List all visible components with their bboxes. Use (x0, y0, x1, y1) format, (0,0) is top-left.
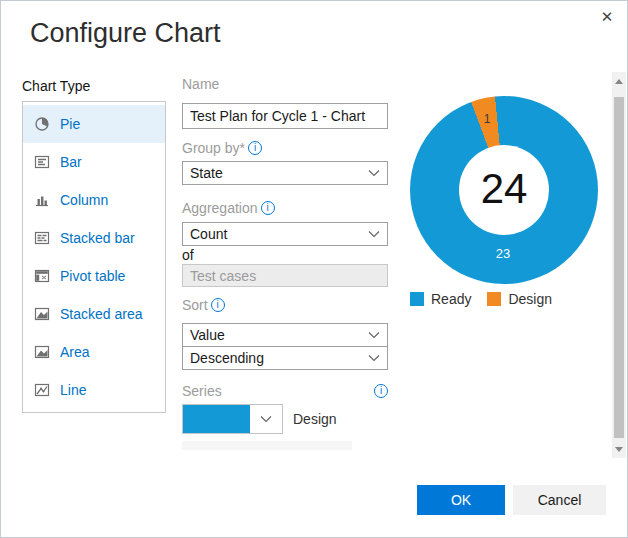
chart-legend: Ready Design (410, 291, 552, 307)
chart-type-item-area[interactable]: Area (23, 333, 165, 371)
chevron-down-icon (368, 230, 380, 238)
of-field (182, 264, 388, 287)
dialog-title: Configure Chart (30, 18, 221, 49)
ok-button[interactable]: OK (417, 485, 505, 515)
sort-by-select[interactable]: Value (182, 323, 388, 347)
legend-item-design: Design (487, 291, 552, 307)
chart-type-item-pie[interactable]: Pie (23, 105, 165, 143)
chart-type-item-stacked-area[interactable]: Stacked area (23, 295, 165, 333)
sort-label: Sort i (182, 297, 225, 313)
aggregation-label: Aggregation i (182, 200, 275, 216)
chart-type-label: Bar (60, 154, 82, 170)
group-by-select[interactable]: State (182, 161, 388, 185)
series-row-label: Design (293, 411, 337, 427)
chart-type-label: Area (60, 344, 90, 360)
pie-chart-preview: 24 23 1 (410, 96, 598, 284)
chart-type-item-line[interactable]: Line (23, 371, 165, 409)
series-color-swatch (183, 405, 250, 433)
series-color-select[interactable] (182, 404, 283, 434)
slice-value-ready: 23 (496, 246, 510, 261)
name-label: Name (182, 76, 219, 92)
chart-type-heading: Chart Type (22, 78, 90, 94)
chart-type-label: Line (60, 382, 86, 398)
chart-type-item-bar[interactable]: Bar (23, 143, 165, 181)
chart-type-label: Pie (60, 116, 80, 132)
series-next-row-partial (182, 441, 352, 450)
cancel-button[interactable]: Cancel (513, 485, 606, 515)
line-chart-icon (34, 382, 50, 398)
bar-chart-icon (34, 154, 50, 170)
chart-type-label: Stacked bar (60, 230, 135, 246)
vertical-scrollbar[interactable] (612, 72, 626, 458)
pie-chart-total: 24 (481, 165, 528, 213)
legend-swatch-design (487, 292, 501, 306)
chart-type-item-stacked-bar[interactable]: Stacked bar (23, 219, 165, 257)
series-label: Series i (182, 383, 388, 399)
pie-chart-icon (34, 116, 50, 132)
chart-type-label: Stacked area (60, 306, 143, 322)
legend-swatch-ready (410, 292, 424, 306)
info-icon[interactable]: i (374, 384, 388, 398)
chart-type-item-pivot-table[interactable]: Pivot table (23, 257, 165, 295)
of-label: of (182, 247, 194, 263)
configure-chart-dialog: ✕ Configure Chart Chart Type Pie Bar Col… (0, 0, 628, 538)
chevron-down-icon (368, 354, 380, 362)
legend-item-ready: Ready (410, 291, 471, 307)
chart-type-label: Pivot table (60, 268, 125, 284)
name-input[interactable] (182, 103, 388, 129)
column-chart-icon (34, 192, 50, 208)
scrollbar-thumb[interactable] (614, 97, 624, 438)
slice-value-design: 1 (484, 112, 491, 126)
aggregation-select[interactable]: Count (182, 222, 388, 246)
scroll-up-icon[interactable] (612, 74, 626, 88)
close-icon[interactable]: ✕ (596, 6, 618, 28)
chart-type-list: Pie Bar Column Stacked bar Pivot table (22, 101, 166, 413)
info-icon[interactable]: i (248, 141, 262, 155)
stacked-area-chart-icon (34, 306, 50, 322)
stacked-bar-chart-icon (34, 230, 50, 246)
chevron-down-icon (250, 415, 282, 423)
chart-type-item-column[interactable]: Column (23, 181, 165, 219)
pivot-table-icon (34, 268, 50, 284)
group-by-label: Group by* i (182, 140, 262, 156)
chevron-down-icon (368, 169, 380, 177)
area-chart-icon (34, 344, 50, 360)
scroll-down-icon[interactable] (612, 442, 626, 456)
chart-type-label: Column (60, 192, 108, 208)
chevron-down-icon (368, 331, 380, 339)
info-icon[interactable]: i (211, 298, 225, 312)
sort-order-select[interactable]: Descending (182, 346, 388, 370)
info-icon[interactable]: i (261, 201, 275, 215)
